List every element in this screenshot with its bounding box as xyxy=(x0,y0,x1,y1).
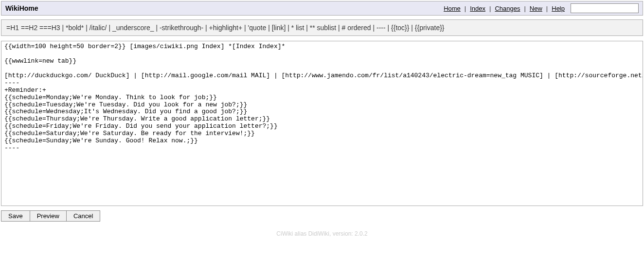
nav-sep: | xyxy=(465,5,466,12)
search-input[interactable] xyxy=(571,3,639,13)
header-bar: WikiHome Home | Index | Changes | New | … xyxy=(1,1,643,16)
top-nav: Home | Index | Changes | New | Help xyxy=(443,3,639,13)
preview-button[interactable]: Preview xyxy=(30,210,67,222)
nav-index[interactable]: Index xyxy=(469,5,486,12)
footer-text: CiWiki alias DidiWiki, version: 2.0.2 xyxy=(1,230,643,237)
save-button[interactable]: Save xyxy=(1,210,30,222)
syntax-hint-bar: =H1 ==H2 ===H3 | *bold* | /italic/ | _un… xyxy=(1,19,643,36)
nav-changes[interactable]: Changes xyxy=(494,5,521,12)
nav-sep: | xyxy=(546,5,548,12)
nav-sep: | xyxy=(489,5,491,12)
page-title: WikiHome xyxy=(5,4,38,12)
nav-help[interactable]: Help xyxy=(551,5,566,12)
nav-home[interactable]: Home xyxy=(443,5,462,12)
nav-new[interactable]: New xyxy=(529,5,543,12)
cancel-button[interactable]: Cancel xyxy=(66,210,100,222)
nav-sep: | xyxy=(524,5,525,12)
wiki-editor[interactable] xyxy=(1,41,643,206)
action-buttons: Save Preview Cancel xyxy=(1,210,643,222)
